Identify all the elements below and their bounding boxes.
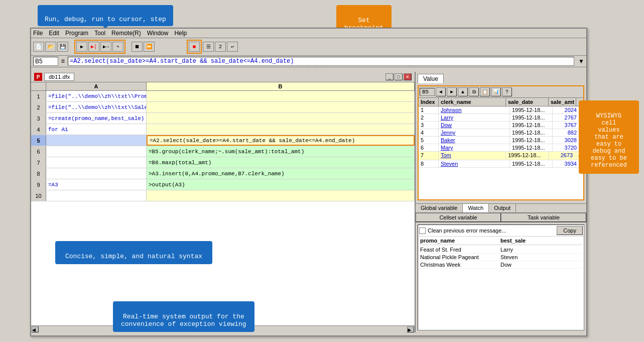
table-row: 10: [31, 190, 415, 201]
list-item[interactable]: 7 Tom 1995-12-18... 2673 ◄: [419, 152, 583, 160]
menu-program[interactable]: Program: [65, 30, 88, 37]
resize-handle[interactable]: · · · · ·: [31, 67, 586, 72]
menu-file[interactable]: File: [33, 30, 43, 37]
open-button[interactable]: 📂: [45, 42, 56, 52]
tab-global-variable[interactable]: Global variable: [416, 204, 463, 212]
val-paste-btn[interactable]: 📋: [480, 87, 490, 96]
menu-tool[interactable]: Tool: [94, 30, 105, 37]
grid-rows: 1 =file("..\\demo\\zh\\txt\\Promotion.tx…: [31, 91, 415, 325]
row-num-5: 5: [31, 135, 46, 146]
menu-remote[interactable]: Remote(R): [111, 30, 141, 37]
run-button[interactable]: ▶: [76, 42, 87, 52]
cell-5a[interactable]: [46, 135, 147, 146]
cell-8a[interactable]: [46, 168, 147, 179]
list-item[interactable]: 3 Dow 1995-12-18... 3767: [419, 122, 583, 129]
cell-7b[interactable]: =B6.maxp(total_amt): [147, 157, 415, 168]
menu-edit[interactable]: Edit: [49, 30, 59, 37]
val-chart-btn[interactable]: 📊: [491, 87, 501, 96]
resume-button[interactable]: ⏩: [144, 42, 155, 52]
task-var-btn[interactable]: Task variable: [501, 213, 586, 222]
list-item[interactable]: 2 Larry 1995-12-18... 2767: [419, 114, 583, 122]
col-header-b[interactable]: B: [147, 82, 415, 90]
cell-2b[interactable]: [147, 102, 415, 112]
close-button[interactable]: ✕: [404, 73, 412, 80]
value-section: B5 ◄ ► ▲ ⧉ 📋 📊 ? Index clerk_name sale_d…: [418, 85, 584, 200]
list-item[interactable]: 4 Jenny 1995-12-18... 882: [419, 129, 583, 137]
formula-arrow[interactable]: ▼: [578, 58, 584, 65]
cell-1b[interactable]: [147, 91, 415, 101]
menu-window[interactable]: Window: [147, 30, 169, 37]
list-item: Feast of St. FredLarry: [420, 246, 582, 254]
cell-6b[interactable]: =B5.group(clerk_name;~.sum(sale_amt):tot…: [147, 146, 415, 157]
step-button[interactable]: ↷: [112, 42, 123, 52]
new-button[interactable]: 📄: [33, 42, 44, 52]
copy-button[interactable]: Copy: [557, 226, 583, 235]
cell-2a[interactable]: =file("..\\demo\\zh\\txt\\SalesRecord.tx…: [46, 102, 147, 112]
callout-wysiwyg: WYSIWYG cell values that are easy to deb…: [579, 100, 639, 174]
breakpoint-group: ●: [187, 40, 202, 54]
cell-ref-input[interactable]: [33, 57, 58, 66]
run-cursor-button[interactable]: ▶→: [100, 42, 111, 52]
sheet-tab[interactable]: db11.dfx: [44, 73, 74, 81]
restore-button[interactable]: □: [395, 73, 403, 80]
cell-4a[interactable]: for A1: [46, 124, 147, 135]
cell-10b[interactable]: [147, 190, 415, 201]
table-row: 3 =create(promo_name,best_sale): [31, 113, 415, 124]
clean-error-checkbox[interactable]: [419, 227, 426, 234]
cell-3a[interactable]: =create(promo_name,best_sale): [46, 113, 147, 124]
cell-3b[interactable]: [147, 113, 415, 124]
cell-1a[interactable]: =file("..\\demo\\zh\\txt\\Promotion.txt"…: [46, 91, 147, 101]
breakpoint-button[interactable]: ●: [189, 42, 200, 52]
cell-10a[interactable]: [46, 190, 147, 201]
right-panel: Value B5 ◄ ► ▲ ⧉ 📋 📊 ? Index c: [416, 72, 586, 332]
val-copy-btn[interactable]: ⧉: [469, 87, 479, 96]
value-tab-bar: Value: [416, 72, 586, 83]
minimize-button[interactable]: _: [385, 73, 394, 80]
value-grid-header: Index clerk_name sale_date sale_amt: [419, 98, 583, 106]
val-help-btn[interactable]: ?: [502, 87, 512, 96]
stop-button[interactable]: ⏹: [132, 42, 143, 52]
row-num-4: 4: [31, 124, 46, 135]
list-item[interactable]: 5 Baker 1995-12-18... 3028: [419, 137, 583, 144]
breakpoint-list-button[interactable]: ☰: [203, 42, 214, 52]
cell-4b[interactable]: [147, 124, 415, 135]
val-up-btn[interactable]: ▲: [458, 87, 468, 96]
cell-8b[interactable]: >A3.insert(0,A4.promo_name,B7.clerk_name…: [147, 168, 415, 179]
menubar: File Edit Program Tool Remote(R) Window …: [31, 29, 586, 38]
list-item: Christmas WeekDow: [420, 261, 582, 269]
cell-7a[interactable]: [46, 157, 147, 168]
list-item[interactable]: 6 Mary 1995-12-18... 3720: [419, 144, 583, 152]
output-content: promo_namebest_saleFeast of St. FredLarr…: [418, 237, 584, 330]
cellset-var-btn[interactable]: Cellset variable: [416, 213, 501, 222]
breakpoint-3-button[interactable]: ↩: [227, 42, 238, 52]
val-back-btn[interactable]: ◄: [436, 87, 446, 96]
tab-value[interactable]: Value: [418, 74, 444, 83]
tab-output[interactable]: Output: [489, 204, 516, 212]
scroll-right[interactable]: ►: [407, 326, 414, 332]
breakpoint-2-button[interactable]: 2: [215, 42, 226, 52]
list-item: National Pickle PageantSteven: [420, 254, 582, 261]
debug-button[interactable]: ▶|: [88, 42, 99, 52]
val-fwd-btn[interactable]: ►: [447, 87, 457, 96]
scroll-left[interactable]: ◄: [32, 326, 39, 332]
cell-5b[interactable]: =A2.select(sale_date>=A4.start_date && s…: [147, 135, 415, 146]
grid-container: A B 1 =file("..\\demo\\zh\\txt\\Promotio…: [31, 82, 415, 325]
formula-equals: =: [60, 58, 66, 65]
menu-help[interactable]: Help: [174, 30, 187, 37]
vg-header-clerk: clerk_name: [439, 98, 506, 106]
cell-6a[interactable]: [46, 146, 147, 157]
cell-9b[interactable]: >output(A3): [147, 179, 415, 190]
tab-watch[interactable]: Watch: [463, 204, 489, 212]
list-item[interactable]: 8 Steven 1995-12-18... 3934: [419, 160, 583, 168]
row-num-2: 2: [31, 102, 46, 112]
list-item[interactable]: 1 Johnson 1995-12-18... 2024: [419, 106, 583, 114]
toolbar: 📄 📂 💾 ▶ ▶| ▶→ ↷ ⏹ ⏩ ● ☰ 2 ↩: [31, 38, 586, 56]
output-toolbar: Clean previous error message... Copy: [418, 225, 584, 237]
run-group: ▶ ▶| ▶→ ↷: [74, 40, 125, 54]
cell-9a[interactable]: =A3: [46, 179, 147, 190]
col-header-a[interactable]: A: [46, 82, 147, 90]
save-button[interactable]: 💾: [57, 42, 68, 52]
formula-content[interactable]: =A2.select(sale_date>=A4.start_date && s…: [68, 57, 574, 66]
var-buttons: Cellset variable Task variable: [416, 213, 586, 222]
output-area: Clean previous error message... Copy pro…: [418, 224, 584, 330]
